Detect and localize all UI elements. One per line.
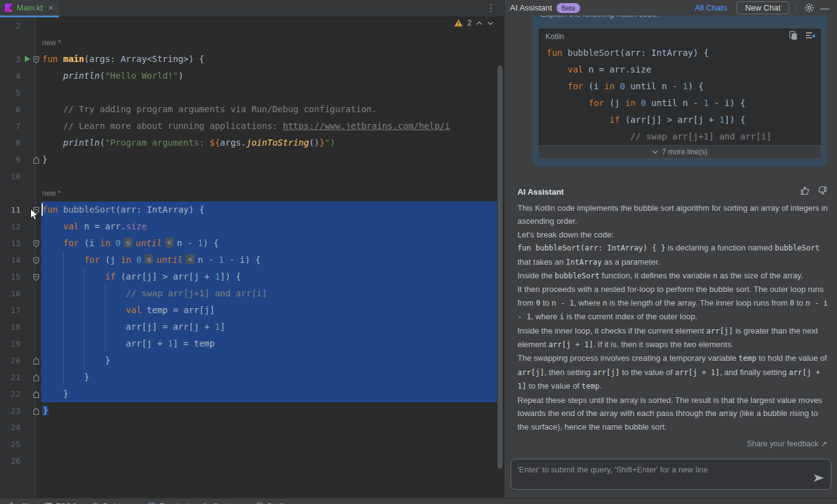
editor-code-line[interactable]: arr[j + 1] = temp	[41, 335, 497, 352]
editor-code-line[interactable]: val n = arr.size	[41, 218, 497, 235]
fold-end-icon[interactable]	[33, 390, 40, 401]
code-token	[42, 71, 63, 81]
gutter-fold-column	[33, 84, 41, 101]
code-token: until n -	[625, 81, 683, 91]
editor-tab-bar: Main.kt × ⋮	[0, 0, 504, 17]
vcs-inlay-label[interactable]: new *	[41, 185, 497, 201]
new-chat-button[interactable]: New Chat	[736, 1, 789, 14]
code-token: }	[42, 355, 110, 365]
editor-code-line[interactable]: arr[j] = arr[j + 1]	[41, 319, 497, 335]
editor-row: 13 for (i in 0≤until<n - 1) {	[0, 235, 504, 252]
editor-code-line[interactable]	[41, 419, 497, 436]
editor-code-line[interactable]: println("Hello World!")	[41, 68, 497, 84]
gutter-fold-column	[33, 135, 41, 151]
vcs-inlay-label[interactable]: new *	[41, 34, 497, 51]
statusbar-item-services[interactable]: Services	[197, 502, 251, 504]
thumbs-down-icon[interactable]	[818, 186, 827, 197]
ai-assistant-panel: AI Assistant Beta All Chats New Chat — E…	[504, 0, 837, 504]
response-paragraph: It then proceeds with a nested for-loop …	[517, 283, 830, 324]
editor-code-line[interactable]: println("Program arguments: ${args.joinT…	[41, 135, 497, 151]
chat-input[interactable]	[511, 459, 831, 489]
response-paragraph: fun bubbleSort(arr: IntArray) { } is dec…	[517, 241, 830, 269]
editor-code-line[interactable]: if (arr[j] > arr[j + 1]) {	[41, 268, 497, 285]
code-token: - i) {	[224, 255, 261, 265]
editor-code-line[interactable]: }	[41, 402, 497, 419]
inline-code: n	[602, 299, 607, 307]
line-number: 4	[0, 68, 25, 84]
inspections-widget[interactable]: 2	[454, 19, 494, 27]
all-chats-link[interactable]: All Chats	[695, 3, 727, 12]
send-icon[interactable]	[813, 474, 825, 485]
chat-scroll-area[interactable]: Explain the following Kotlin code: Kotli…	[504, 15, 837, 457]
hide-panel-icon[interactable]: —	[820, 5, 830, 11]
gutter-run-column	[25, 419, 33, 436]
prev-warning-chevron-icon[interactable]	[476, 21, 483, 25]
editor-row: 4 println("Hello World!")	[0, 68, 504, 84]
tab-main-kt[interactable]: Main.kt ×	[0, 0, 59, 17]
fold-collapse-icon[interactable]	[33, 256, 40, 267]
chat-code-line: val n = arr.size	[547, 61, 821, 78]
thumbs-up-icon[interactable]	[800, 186, 810, 197]
editor-code-line[interactable]	[41, 453, 497, 469]
response-text: function, it defines the variable	[599, 271, 713, 280]
gutter-fold-column	[33, 185, 41, 201]
editor-code-line[interactable]: }	[41, 369, 497, 386]
vcs-inlay-row: new *	[0, 185, 504, 201]
next-warning-chevron-icon[interactable]	[487, 21, 494, 25]
editor-code-line[interactable]: fun main(args: Array<String>) {	[41, 51, 497, 68]
editor-row: 12 val n = arr.size	[0, 218, 504, 235]
editor-options-kebab-icon[interactable]: ⋮	[486, 2, 496, 14]
fold-end-icon[interactable]	[33, 356, 40, 368]
statusbar-item-git[interactable]: Git	[5, 502, 40, 504]
response-text: This Kotlin code implements the bubble s…	[517, 203, 828, 226]
editor-content[interactable]: 2new *3fun main(args: Array<String>) {4 …	[0, 17, 504, 504]
inline-code: arr[j + 1]	[675, 368, 720, 377]
insert-at-caret-icon[interactable]	[805, 32, 815, 42]
statusbar-item-terminal[interactable]: Terminal	[143, 502, 197, 504]
editor-scrollbar-thumb[interactable]	[498, 66, 503, 469]
line-number: 3	[0, 51, 25, 68]
gear-icon[interactable]	[805, 3, 814, 12]
editor-code-line[interactable]: for (i in 0≤until<n - 1) {	[41, 235, 497, 252]
editor-code-line[interactable]: }	[41, 352, 497, 369]
editor-code-line[interactable]	[41, 436, 497, 453]
statusbar-item-todo[interactable]: TODO	[40, 502, 86, 504]
fold-collapse-icon[interactable]	[33, 55, 40, 66]
code-token: }	[320, 138, 325, 148]
line-number: 7	[0, 118, 25, 135]
fold-end-icon[interactable]	[33, 156, 40, 167]
code-token: }	[42, 154, 47, 164]
code-token: ${	[210, 138, 220, 148]
editor-code-line[interactable]: // Try adding program arguments via Run/…	[41, 101, 497, 118]
expand-more-lines[interactable]: 7 more line(s)	[539, 145, 821, 158]
tab-close-icon[interactable]: ×	[48, 4, 53, 12]
response-text: as the size of the array.	[717, 271, 803, 280]
fold-end-icon[interactable]	[33, 407, 40, 418]
editor-code-line[interactable]: val temp = arr[j]	[41, 302, 497, 319]
fold-collapse-icon[interactable]	[33, 273, 40, 284]
editor-code-line[interactable]: // swap arr[j+1] and arr[i]	[41, 285, 497, 302]
fold-collapse-icon[interactable]	[33, 239, 40, 250]
code-block-header: Kotlin	[539, 29, 821, 45]
gutter-run-column	[25, 235, 33, 252]
editor-code-line[interactable]: for (j in 0≤until<n - 1 - i) {	[41, 252, 497, 268]
editor-code-line[interactable]: }	[41, 386, 497, 402]
run-icon[interactable]	[25, 56, 30, 62]
line-number: 17	[0, 302, 25, 319]
editor-code-line[interactable]: // Learn more about running applications…	[41, 118, 497, 135]
share-feedback-link[interactable]: Share your feedback ↗	[747, 439, 827, 448]
statusbar-item-problems[interactable]: Problems	[87, 502, 144, 504]
indent-guide	[63, 335, 64, 352]
response-text: , then setting	[544, 368, 593, 377]
editor-row: 2	[0, 17, 504, 34]
editor-code-line[interactable]: fun bubbleSort(arr: IntArray) {	[41, 201, 497, 218]
editor-code-line[interactable]	[41, 84, 497, 101]
statusbar-item-profiler[interactable]: Profiler	[251, 502, 300, 504]
fold-end-icon[interactable]	[33, 373, 40, 384]
gutter-fold-column	[33, 34, 41, 51]
copy-icon[interactable]	[789, 31, 798, 42]
indent-guide	[84, 352, 84, 369]
editor-code-line[interactable]	[41, 168, 497, 185]
editor-code-line[interactable]	[41, 17, 497, 34]
editor-code-line[interactable]: }	[41, 151, 497, 168]
